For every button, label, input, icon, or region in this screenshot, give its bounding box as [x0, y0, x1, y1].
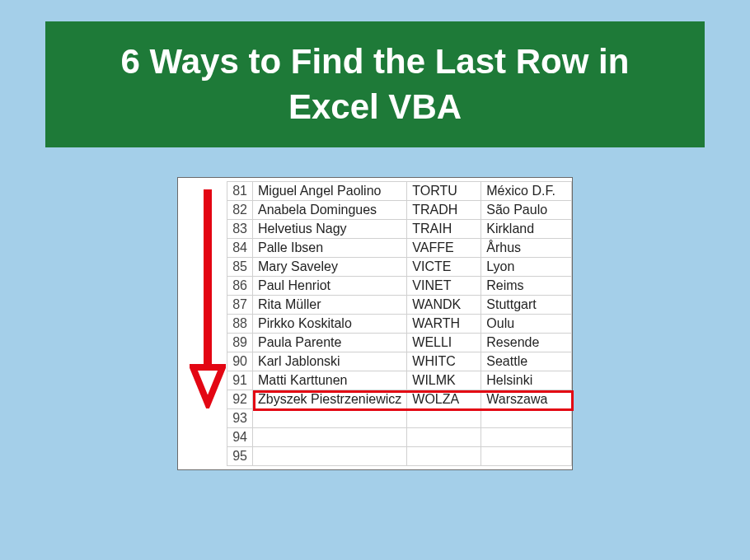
cell-name: Paula Parente: [253, 334, 407, 352]
table-row: 84Palle IbsenVAFFEÅrhus: [178, 239, 572, 258]
cell-name: Mary Saveley: [253, 258, 407, 277]
row-number: 82: [227, 201, 253, 220]
cell-name: Paul Henriot: [253, 277, 407, 296]
row-number: 91: [227, 371, 253, 390]
cell-city: Resende: [481, 334, 572, 352]
row-number: 87: [227, 296, 253, 315]
cell-city: [481, 447, 572, 466]
row-number: 92: [227, 390, 253, 409]
cell-code: WHITC: [407, 352, 481, 371]
table-row: 91Matti KarttunenWILMKHelsinki: [178, 371, 572, 390]
cell-name: [253, 447, 407, 466]
table-row: 87Rita MüllerWANDKStuttgart: [178, 296, 572, 315]
cell-city: Århus: [481, 239, 572, 258]
row-number: 86: [227, 277, 253, 296]
cell-city: Seattle: [481, 352, 572, 371]
table-row: 81Miguel Angel PaolinoTORTUMéxico D.F.: [178, 182, 572, 201]
cell-code: TRAIH: [407, 220, 481, 239]
cell-city: Lyon: [481, 258, 572, 277]
row-number: 90: [227, 352, 253, 371]
data-table: 81Miguel Angel PaolinoTORTUMéxico D.F.82…: [178, 181, 573, 466]
table-row: 82Anabela DominguesTRADHSão Paulo: [178, 201, 572, 220]
cell-code: WILMK: [407, 371, 481, 390]
row-number: 83: [227, 220, 253, 239]
cell-city: São Paulo: [481, 201, 572, 220]
spreadsheet-container: 81Miguel Angel PaolinoTORTUMéxico D.F.82…: [177, 177, 574, 470]
cell-city: Kirkland: [481, 220, 572, 239]
table-row: 90Karl JablonskiWHITCSeattle: [178, 352, 572, 371]
cell-name: Rita Müller: [253, 296, 407, 315]
cell-code: TORTU: [407, 182, 481, 201]
row-number: 81: [227, 182, 253, 201]
table-row: 86Paul HenriotVINETReims: [178, 277, 572, 296]
cell-city: [481, 409, 572, 428]
row-number: 84: [227, 239, 253, 258]
table-row: 95: [178, 447, 572, 466]
row-number: 85: [227, 258, 253, 277]
svg-marker-1: [193, 367, 223, 404]
cell-city: Oulu: [481, 315, 572, 334]
table-row: 94: [178, 428, 572, 447]
table-row: 83Helvetius NagyTRAIHKirkland: [178, 220, 572, 239]
cell-city: Stuttgart: [481, 296, 572, 315]
cell-name: Helvetius Nagy: [253, 220, 407, 239]
cell-name: Karl Jablonski: [253, 352, 407, 371]
row-number: 89: [227, 334, 253, 352]
cell-city: [481, 428, 572, 447]
cell-code: TRADH: [407, 201, 481, 220]
cell-name: Pirkko Koskitalo: [253, 315, 407, 334]
cell-code: [407, 428, 481, 447]
row-number: 88: [227, 315, 253, 334]
row-number: 95: [227, 447, 253, 466]
cell-city: Warszawa: [481, 390, 572, 409]
cell-name: Zbyszek Piestrzeniewicz: [253, 390, 407, 409]
cell-code: [407, 447, 481, 466]
page-title: 6 Ways to Find the Last Row in Excel VBA: [45, 21, 705, 147]
cell-name: Anabela Domingues: [253, 201, 407, 220]
cell-name: [253, 409, 407, 428]
down-arrow-icon: [190, 186, 226, 408]
row-number: 94: [227, 428, 253, 447]
table-row: 85Mary SaveleyVICTELyon: [178, 258, 572, 277]
cell-name: [253, 428, 407, 447]
cell-code: WOLZA: [407, 390, 481, 409]
row-number: 93: [227, 409, 253, 428]
table-row: 93: [178, 409, 572, 428]
cell-name: Palle Ibsen: [253, 239, 407, 258]
cell-code: VAFFE: [407, 239, 481, 258]
table-row: 92Zbyszek PiestrzeniewiczWOLZAWarszawa: [178, 390, 572, 409]
cell-name: Matti Karttunen: [253, 371, 407, 390]
cell-city: México D.F.: [481, 182, 572, 201]
cell-code: [407, 409, 481, 428]
cell-city: Helsinki: [481, 371, 572, 390]
cell-code: VICTE: [407, 258, 481, 277]
cell-code: WELLI: [407, 334, 481, 352]
cell-code: VINET: [407, 277, 481, 296]
cell-name: Miguel Angel Paolino: [253, 182, 407, 201]
cell-city: Reims: [481, 277, 572, 296]
cell-code: WARTH: [407, 315, 481, 334]
table-row: 89Paula ParenteWELLIResende: [178, 334, 572, 352]
table-row: 88Pirkko KoskitaloWARTHOulu: [178, 315, 572, 334]
cell-code: WANDK: [407, 296, 481, 315]
